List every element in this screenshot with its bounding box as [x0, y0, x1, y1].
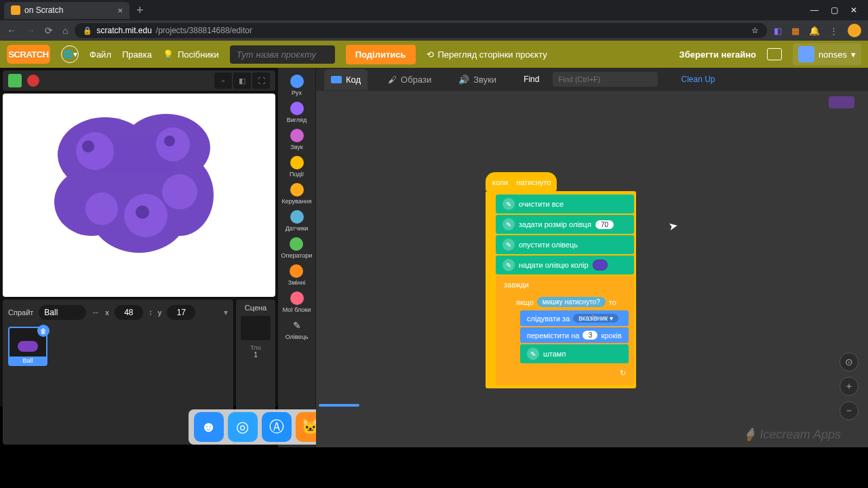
watermark: 🍦 Icecream Apps — [742, 427, 841, 442]
scratch-logo[interactable]: SCRATCH — [7, 45, 50, 64]
fullscreen-icon[interactable]: ⛶ — [252, 73, 270, 89]
sprite-name-input[interactable] — [39, 305, 86, 320]
minimize-icon[interactable]: — — [810, 5, 818, 15]
when-flag-block[interactable]: колинатиснуто — [486, 172, 557, 191]
edit-menu[interactable]: Правка — [122, 49, 152, 60]
set-pen-size-block[interactable]: ✎задати розмір олівця70 — [496, 215, 634, 234]
file-menu[interactable]: Файл — [90, 49, 111, 60]
delete-sprite-icon[interactable]: 🗑 — [37, 325, 50, 337]
expand-icon[interactable]: ▾ — [224, 308, 228, 317]
browser-tab[interactable]: on Scratch × — [4, 2, 130, 19]
new-tab-button[interactable]: + — [130, 3, 151, 18]
sprite-y-input[interactable] — [167, 305, 195, 320]
category-Рух[interactable]: Рух — [290, 73, 304, 98]
steps-input[interactable]: 3 — [583, 331, 597, 340]
dock-finder-icon[interactable]: ☻ — [194, 412, 224, 442]
menu-icon[interactable]: ⋮ — [829, 26, 838, 36]
tutorials-button[interactable]: 💡Посібники — [163, 49, 219, 60]
ext-icon[interactable]: ◧ — [774, 26, 782, 36]
stop-icon[interactable] — [27, 75, 39, 87]
maximize-icon[interactable]: ▢ — [831, 5, 838, 15]
category-dot-icon — [290, 129, 304, 142]
pen-icon: ✎ — [527, 348, 539, 360]
tab-costumes[interactable]: 🖌Образи — [381, 69, 438, 90]
large-stage-icon[interactable]: ◧ — [233, 73, 251, 89]
pointer-dropdown[interactable]: вказівник ▾ — [573, 314, 618, 323]
stage-thumbnail[interactable] — [241, 316, 271, 340]
sprite-x-input[interactable] — [115, 305, 143, 320]
home-icon[interactable]: ⌂ — [62, 25, 68, 36]
svg-point-5 — [76, 132, 114, 170]
point-towards-block[interactable]: слідувати завказівник ▾ — [520, 310, 629, 326]
find-input[interactable] — [553, 72, 658, 87]
category-Олівець[interactable]: ✎Олівець — [285, 317, 309, 342]
tab-sounds[interactable]: 🔊Звуки — [452, 69, 503, 90]
category-dot-icon — [290, 237, 303, 251]
small-stage-icon[interactable]: ▫ — [214, 73, 232, 89]
move-steps-block[interactable]: перемістити на3кроків — [520, 327, 629, 343]
category-Керування[interactable]: Керування — [281, 182, 311, 206]
profile-avatar-icon[interactable] — [848, 24, 861, 37]
share-button[interactable]: Поділитись — [346, 45, 416, 64]
category-Оператори[interactable]: Оператори — [281, 236, 313, 260]
size-input[interactable]: 70 — [595, 220, 614, 229]
save-now-button[interactable]: Зберегти негайно — [679, 49, 756, 60]
stage[interactable] — [3, 94, 275, 297]
dock-appstore-icon[interactable]: Ⓐ — [262, 412, 292, 442]
scrollbar[interactable] — [319, 404, 359, 407]
reload-icon[interactable]: ⟳ — [45, 25, 53, 36]
zoom-in-icon[interactable]: ＋ — [840, 377, 859, 396]
find-label: Find — [524, 75, 539, 84]
star-icon[interactable]: ☆ — [751, 26, 759, 35]
close-icon[interactable]: × — [117, 5, 123, 16]
cleanup-button[interactable]: Clean Up — [681, 75, 715, 84]
forward-icon[interactable]: → — [26, 25, 35, 36]
category-Змінні[interactable]: Змінні — [288, 263, 306, 287]
see-project-page[interactable]: ⟲Перегляд сторінки проєкту — [427, 49, 547, 60]
if-block[interactable]: якщомишку натиснуто?то слідувати завказі… — [508, 292, 631, 369]
lock-icon: 🔒 — [83, 26, 92, 35]
pen-icon: ✎ — [502, 198, 515, 210]
dock-safari-icon[interactable]: ◎ — [228, 412, 258, 442]
stage-label: Сцена — [240, 304, 271, 312]
sprite-preview-icon — [18, 341, 38, 352]
sound-icon: 🔊 — [458, 75, 469, 85]
category-Мої блоки[interactable]: Мої блоки — [283, 290, 311, 314]
color-input[interactable] — [593, 260, 608, 270]
ext-icon[interactable]: ▦ — [791, 26, 800, 36]
blocks-workspace[interactable]: ➤ колинатиснуто ✎очистити все ✎задати ро… — [316, 91, 868, 447]
pen-down-block[interactable]: ✎опустити олівець — [496, 235, 634, 254]
brush-icon: 🖌 — [388, 75, 397, 85]
my-stuff-icon[interactable] — [767, 48, 782, 60]
svg-point-12 — [136, 205, 149, 219]
erase-all-block[interactable]: ✎очистити все — [496, 195, 634, 214]
project-title-input[interactable] — [230, 45, 335, 64]
tab-title: on Scratch — [24, 5, 113, 15]
category-dot-icon — [290, 210, 304, 224]
sprite-thumbnail[interactable]: 🗑 Ball — [8, 327, 47, 366]
category-Звук[interactable]: Звук — [290, 127, 304, 152]
category-dot-icon — [290, 291, 304, 305]
green-flag-icon[interactable] — [8, 74, 22, 87]
globe-icon[interactable]: 🌐▾ — [61, 45, 79, 63]
category-Події[interactable]: Події — [290, 155, 304, 179]
bell-icon[interactable]: 🔔 — [809, 26, 820, 36]
zoom-out-icon[interactable]: － — [840, 401, 859, 420]
forever-block[interactable]: завжди якщомишку натиснуто?то слідувати … — [496, 276, 634, 385]
stamp-block[interactable]: ✎штамп — [520, 344, 629, 363]
svg-point-9 — [162, 174, 197, 209]
set-pen-color-block[interactable]: ✎надати олівцю колір — [496, 256, 634, 274]
close-window-icon[interactable]: ✕ — [850, 5, 857, 15]
script-stack[interactable]: колинатиснуто ✎очистити все ✎задати розм… — [486, 172, 636, 388]
category-dot-icon: ✎ — [290, 319, 304, 332]
back-icon[interactable]: ← — [7, 25, 16, 36]
lightbulb-icon: 💡 — [163, 49, 174, 60]
category-Датчики[interactable]: Датчики — [285, 209, 309, 233]
category-dot-icon — [290, 264, 303, 278]
account-menu[interactable]: nonses ▾ — [793, 43, 861, 65]
mouse-down-reporter[interactable]: мишку натиснуто? — [537, 297, 606, 307]
zoom-reset-icon[interactable]: ⊙ — [840, 352, 859, 371]
category-Вигляд[interactable]: Вигляд — [287, 100, 307, 125]
address-bar[interactable]: 🔒 scratch.mit.edu/projects/388814688/edi… — [75, 23, 767, 38]
tab-code[interactable]: Код — [324, 69, 368, 90]
